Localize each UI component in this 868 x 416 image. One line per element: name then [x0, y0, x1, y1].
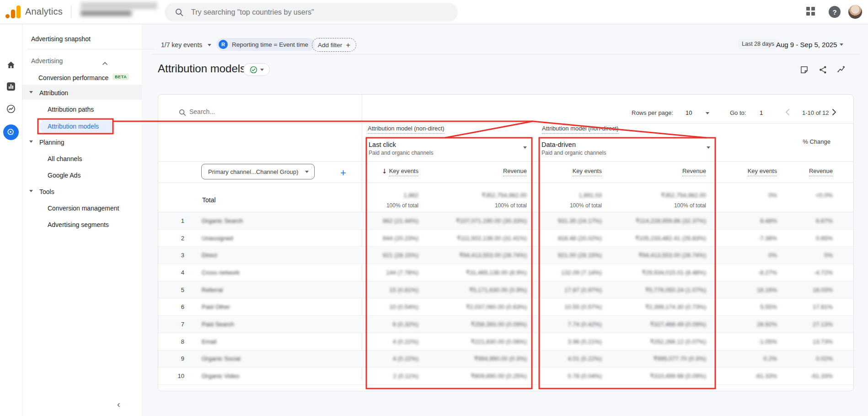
chevron-down-icon[interactable]: [29, 140, 33, 143]
sidebar-item-advertising-segments[interactable]: Advertising segments: [48, 221, 109, 228]
home-icon[interactable]: [0, 56, 22, 74]
col-header-dd-key-events[interactable]: Key events: [573, 167, 602, 176]
share-icon[interactable]: [817, 64, 828, 75]
goto-value[interactable]: 1: [760, 109, 763, 116]
sidebar-section-advertising[interactable]: Advertising: [31, 57, 63, 65]
cell-lc_ke: 6 (0.32%): [393, 316, 418, 333]
sidebar-item-attribution[interactable]: Attribution: [39, 89, 68, 97]
sidebar-item-all-channels[interactable]: All channels: [48, 155, 82, 162]
cell-lc_rev: ₹258,393.00 (0.09%): [471, 316, 527, 333]
total-lc-revenue: ₹352,754,982.00: [482, 192, 527, 199]
sidebar-item-attribution-models[interactable]: Attribution models: [48, 123, 99, 130]
cell-dd_ke: 921.00 (28.15%): [558, 247, 602, 264]
sidebar-item-attribution-paths[interactable]: Attribution paths: [48, 106, 94, 113]
explore-icon[interactable]: [0, 100, 22, 118]
table-row: 2Unassigned844 (20.23%)₹111,502,138.00 (…: [158, 230, 853, 247]
page-title: Attribution models: [158, 62, 246, 75]
chevron-down-icon[interactable]: [29, 91, 33, 93]
pct-of-total-label: 100% of total: [570, 202, 602, 209]
rows-per-page-value[interactable]: 10: [686, 109, 692, 116]
cell-lc_ke: 921 (28.15%): [383, 247, 418, 264]
sidebar-item-conversion-management[interactable]: Conversion management: [48, 205, 119, 212]
insights-icon[interactable]: [836, 64, 847, 75]
chevron-down-icon[interactable]: [706, 112, 709, 114]
search-icon: [175, 8, 184, 17]
cell-lc_rev: ₹107,071,190.00 (30.33%): [456, 212, 527, 229]
analytics-logo-icon[interactable]: [5, 5, 21, 19]
col-header-lc-key-events[interactable]: ↓ Key events: [382, 167, 418, 176]
advertising-icon[interactable]: [0, 123, 22, 141]
chevron-down-icon[interactable]: [208, 44, 211, 46]
notes-icon[interactable]: [798, 64, 809, 75]
row-rank: 1: [172, 212, 184, 229]
table-search-input[interactable]: [188, 108, 327, 116]
cell-lc_rev: ₹994,990.00 (0.3%): [474, 351, 527, 367]
settings-icon[interactable]: ⚙: [0, 414, 22, 416]
avatar[interactable]: [848, 5, 862, 19]
cell-lc_ke: 4 (0.22%): [393, 333, 418, 350]
cell-chg_ke: -7.38%: [758, 230, 777, 247]
report-status-button[interactable]: [243, 63, 270, 76]
table-row: 1Organic Search862 (21.44%)₹107,071,190.…: [158, 212, 853, 230]
add-filter-button[interactable]: Add filter +: [312, 38, 356, 52]
cell-dd_rev: ₹310,499.98 (0.09%): [650, 367, 706, 384]
cell-lc_rev: ₹809,890.00 (0.25%): [471, 367, 527, 384]
cell-dd_ke: 818.48 (20.02%): [558, 230, 602, 247]
col-header-dd-revenue[interactable]: Revenue: [682, 167, 706, 176]
model-group-header-1: Attribution model (non-direct): [368, 125, 445, 134]
global-search-input[interactable]: [190, 8, 439, 17]
channel-name: Organic Social: [202, 351, 241, 367]
account-name-redacted[interactable]: [80, 2, 157, 9]
global-search[interactable]: [165, 3, 458, 22]
rows-per-page-label: Rows per page:: [632, 109, 673, 116]
cell-chg_rev: -61.33%: [811, 367, 833, 384]
apps-grid-icon[interactable]: [806, 7, 815, 16]
cell-lc_rev: ₹2,037,060.00 (0.63%): [466, 298, 527, 315]
key-events-selector[interactable]: 1/7 key events: [161, 41, 202, 49]
col-header-chg-revenue[interactable]: Revenue: [809, 167, 833, 176]
sidebar-collapse-icon[interactable]: ‹: [117, 399, 120, 410]
chevron-up-icon[interactable]: [102, 59, 107, 67]
page-next-icon[interactable]: [831, 108, 837, 118]
sidebar-item-tools[interactable]: Tools: [39, 188, 54, 195]
divider: [158, 183, 853, 183]
total-dd-key-events: 1,891.03: [579, 192, 602, 199]
property-name-redacted: [80, 11, 132, 16]
date-range-selector[interactable]: Aug 9 - Sep 5, 2025: [776, 41, 837, 49]
sidebar-item-google-ads[interactable]: Google Ads: [48, 172, 80, 179]
row-rank: 10: [172, 367, 184, 384]
sort-desc-icon: ↓: [382, 167, 387, 176]
cell-dd_ke: 3.96 (0.21%): [568, 333, 602, 350]
channel-name: Unassigned: [202, 230, 233, 247]
cell-chg_rev: 17.81%: [813, 298, 833, 315]
help-icon[interactable]: ?: [829, 6, 841, 18]
chevron-down-icon[interactable]: [29, 190, 33, 192]
channel-name: Direct: [202, 247, 217, 264]
divider: [158, 123, 853, 124]
col-header-lc-revenue[interactable]: Revenue: [503, 167, 527, 176]
sidebar-item-advertising-snapshot[interactable]: Advertising snapshot: [31, 35, 91, 43]
cell-lc_ke: 2 (0.11%): [393, 367, 418, 384]
cell-chg_rev: 18.03%: [813, 281, 833, 298]
page-prev-icon[interactable]: [785, 108, 790, 118]
cell-dd_ke: 4.01 (0.22%): [568, 351, 602, 367]
nav-rail: ⚙: [0, 24, 22, 416]
reports-icon[interactable]: [0, 77, 22, 96]
date-preset-chip: Last 28 days: [738, 39, 778, 49]
table-search-icon: [178, 108, 187, 119]
cell-chg_ke: 28.92%: [757, 316, 777, 333]
sidebar-item-planning[interactable]: Planning: [39, 139, 64, 146]
chevron-down-icon[interactable]: [840, 43, 843, 46]
table-row: 6Paid Other10 (0.54%)₹2,037,060.00 (0.63…: [158, 298, 853, 316]
comparison-pill[interactable]: R Reporting time = Event time: [216, 38, 315, 51]
sidebar-item-conversion-performance[interactable]: Conversion performance: [38, 74, 108, 81]
channel-name: Paid Search: [202, 316, 234, 333]
chevron-down-icon: [707, 146, 710, 149]
dimension-selector[interactable]: Primary channel...Channel Group): [201, 164, 315, 179]
add-dimension-button[interactable]: +: [340, 167, 346, 179]
cell-lc_rev: ₹5,171,630.00 (0.9%): [469, 281, 527, 298]
cell-chg_ke: 0%: [768, 247, 777, 264]
pagination-range: 1-10 of 12: [802, 109, 829, 116]
col-header-chg-key-events[interactable]: Key events: [748, 167, 777, 176]
cell-chg_ke: 18.16%: [757, 281, 777, 298]
